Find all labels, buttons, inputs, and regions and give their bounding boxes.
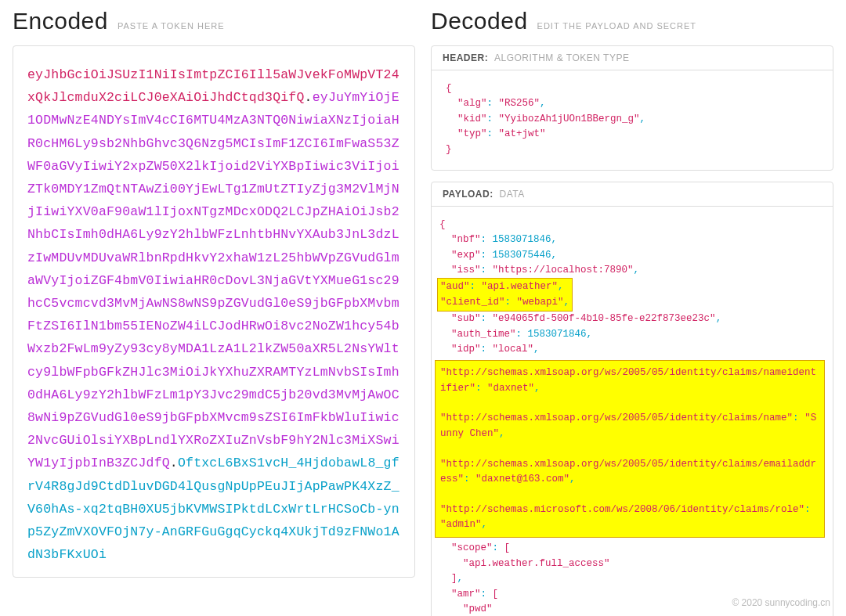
decoded-title: Decoded [431, 8, 528, 34]
payload-panel: PAYLOAD: DATA { "nbf": 1583071846, "exp"… [431, 182, 833, 616]
header-json[interactable]: { "alg": "RS256", "kid": "YyibozAh1jUOn1… [432, 70, 833, 170]
highlight-claims-block: "http://schemas.xmlsoap.org/ws/2005/05/i… [435, 360, 825, 538]
header-section-title: HEADER: ALGORITHM & TOKEN TYPE [432, 46, 833, 70]
encoded-title: Encoded [13, 8, 108, 34]
payload-json[interactable]: { "nbf": 1583071846, "exp": 1583075446, … [432, 207, 833, 616]
jwt-signature-segment: OftxcL6BxS1vcH_4HjdobawL8_gfrV4R8gJd9Ctd… [27, 456, 400, 562]
footer-copyright: © 2020 sunnycoding.cn [732, 597, 830, 608]
highlight-aud-clientid: "aud": "api.weather", "client_id": "weba… [437, 278, 573, 312]
decoded-subtitle: EDIT THE PAYLOAD AND SECRET [537, 21, 696, 31]
encoded-token-box[interactable]: eyJhbGciOiJSUzI1NiIsImtpZCI6Ill5aWJvekFo… [13, 45, 415, 578]
payload-section-title: PAYLOAD: DATA [432, 182, 833, 207]
decoded-column: Decoded EDIT THE PAYLOAD AND SECRET HEAD… [431, 8, 833, 616]
jwt-payload-segment: eyJuYmYiOjE1ODMwNzE4NDYsImV4cCI6MTU4MzA3… [27, 90, 400, 470]
header-panel: HEADER: ALGORITHM & TOKEN TYPE { "alg": … [431, 45, 833, 171]
encoded-subtitle: PASTE A TOKEN HERE [118, 21, 225, 31]
encoded-column: Encoded PASTE A TOKEN HERE eyJhbGciOiJSU… [13, 8, 415, 616]
